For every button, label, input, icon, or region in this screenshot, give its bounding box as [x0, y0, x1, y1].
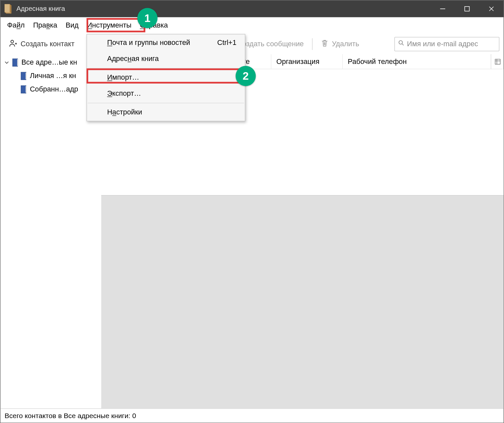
tree-child-collected[interactable]: Собранн…адр — [0, 83, 101, 96]
svg-rect-11 — [21, 72, 26, 80]
dd-shortcut: Ctrl+1 — [217, 39, 237, 47]
svg-rect-12 — [26, 72, 27, 79]
window-controls — [430, 0, 504, 17]
statusbar: Всего контактов в Все адресные книги: 0 — [0, 408, 503, 423]
tools-dropdown: Почта и группы новостей Ctrl+1 Адресная … — [87, 34, 245, 121]
trash-icon — [321, 39, 328, 49]
book-icon — [21, 85, 27, 94]
create-contact-button[interactable]: Создать контакт — [5, 36, 79, 52]
titlebar: Адресная книга — [0, 0, 503, 17]
create-contact-label: Создать контакт — [21, 40, 74, 49]
svg-point-7 — [399, 41, 403, 44]
annotation-step-1: 1 — [137, 8, 158, 28]
body-area: Все адре…ые кн Личная …я кн Собранн…адр … — [0, 54, 503, 408]
status-text: Всего контактов в Все адресные книги: 0 — [5, 412, 136, 420]
svg-rect-9 — [12, 59, 17, 66]
toolbar: Создать контакт › Создать сообщение Удал… — [0, 34, 503, 54]
delete-button[interactable]: Удалить — [317, 37, 363, 51]
search-placeholder: Имя или e-mail адрес — [407, 40, 478, 49]
tree-root[interactable]: Все адре…ые кн — [0, 56, 101, 69]
tree-root-label: Все адре…ые кн — [21, 58, 77, 67]
menu-edit[interactable]: Правка — [29, 19, 61, 32]
dd-mail-news[interactable]: Почта и группы новостей Ctrl+1 — [87, 35, 245, 51]
menu-file[interactable]: Файл — [3, 19, 29, 32]
toolbar-separator — [312, 38, 312, 50]
search-icon — [398, 40, 404, 49]
svg-point-4 — [11, 40, 13, 43]
menu-view[interactable]: Вид — [61, 19, 83, 32]
minimize-button[interactable] — [430, 0, 455, 17]
dd-address-book[interactable]: Адресная книга — [87, 51, 245, 67]
detail-pane — [101, 195, 503, 408]
book-icon — [21, 72, 27, 80]
search-input[interactable]: Имя или e-mail адрес — [394, 37, 499, 51]
tree-child2-label: Собранн…адр — [30, 85, 78, 94]
close-button[interactable] — [479, 0, 503, 17]
delete-label: Удалить — [332, 40, 359, 49]
col-work-phone[interactable]: Рабочий телефон — [343, 54, 491, 69]
book-app-icon — [4, 4, 12, 14]
svg-rect-14 — [26, 86, 27, 92]
column-config-button[interactable] — [491, 54, 503, 69]
tree-child1-label: Личная …я кн — [30, 72, 76, 80]
tree-child-personal[interactable]: Личная …я кн — [0, 69, 101, 83]
svg-rect-1 — [465, 7, 469, 11]
dd-separator — [88, 103, 244, 103]
book-icon — [12, 58, 19, 67]
svg-line-8 — [402, 44, 404, 45]
chevron-down-icon[interactable] — [5, 58, 10, 67]
menubar: Файл Правка Вид Инструменты Справка — [0, 17, 503, 34]
dd-export[interactable]: Экспорт… — [87, 86, 245, 102]
svg-rect-13 — [21, 86, 26, 93]
svg-rect-10 — [17, 59, 18, 66]
menu-tools[interactable]: Инструменты — [83, 19, 136, 32]
sidebar: Все адре…ые кн Личная …я кн Собранн…адр — [0, 54, 101, 408]
create-message-label: Создать сообщение — [237, 40, 304, 49]
col-organization[interactable]: Организация — [271, 54, 343, 69]
window: Адресная книга Файл Правка Вид Инструмен… — [0, 0, 504, 423]
dd-settings[interactable]: Настройки — [87, 105, 245, 121]
person-plus-icon — [9, 39, 17, 49]
svg-rect-15 — [495, 59, 500, 64]
annotation-step-2: 2 — [236, 66, 256, 86]
dd-import[interactable]: Импорт… — [87, 70, 245, 86]
maximize-button[interactable] — [455, 0, 479, 17]
window-title: Адресная книга — [16, 5, 430, 12]
dd-separator — [88, 68, 244, 68]
